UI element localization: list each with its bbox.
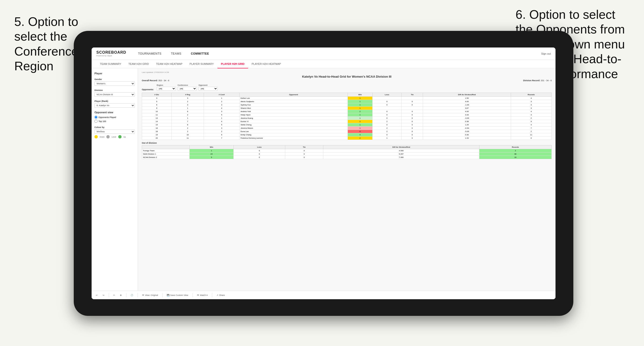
sub-nav-team-summary[interactable]: TEAM SUMMARY [96, 60, 125, 68]
cell-win: 4 [348, 133, 372, 137]
ood-cell-loss: 0 [234, 149, 285, 153]
cell-diff: -5.00 [423, 130, 511, 133]
ood-cell-tie: 0 [285, 153, 323, 156]
sidebar-gender-section: Gender Women's [94, 78, 135, 86]
ood-cell-opponent: NAIA Division 1 [142, 153, 190, 156]
table-row: 3 3 1 Esther Lee 1 1.50 4 [142, 97, 552, 100]
top-nav: SCOREBOARD Powered by clippd TOURNAMENTS… [92, 47, 556, 60]
cell-tie: 0 [402, 117, 423, 120]
cell-loss: 1 [372, 137, 401, 140]
ood-cell-tie: 0 [285, 149, 323, 153]
region-filter-select[interactable]: (All) [157, 87, 176, 91]
toolbar-sep-6 [212, 293, 212, 297]
cell-rounds: 9 [511, 120, 552, 123]
cell-opponent: Sharon Mun [240, 107, 348, 110]
ood-cell-diff: 4.500 [323, 149, 479, 153]
ood-cell-diff: 9.267 [323, 153, 479, 156]
cell-loss: 2 [372, 130, 401, 133]
conference-filter-select[interactable]: (All) [178, 87, 197, 91]
nav-teams[interactable]: TEAMS [166, 47, 186, 60]
view-original-label: View: Original [145, 294, 158, 296]
sidebar-player-rank-section: Player (Rank) 8. Katelyn Vo [94, 100, 135, 108]
nav-tournaments[interactable]: TOURNAMENTS [134, 47, 166, 60]
cell-win: 1 [348, 113, 372, 117]
opponent-filter-select[interactable]: (All) [199, 87, 218, 91]
cell-reg: 6 [172, 110, 204, 113]
player-rank-select[interactable]: 8. Katelyn Vo [94, 103, 135, 108]
main-nav: TOURNAMENTS TEAMS COMMITTEE [134, 47, 541, 60]
cell-rounds: 4 [511, 123, 552, 127]
sidebar-opponent-view-label: Opponent view [94, 111, 135, 114]
main-data-table: # Div # Reg # Conf Opponent Win Loss Tie… [142, 93, 552, 140]
cell-opponent: Sydney Kuo [240, 103, 348, 107]
sub-nav-team-h2h-grid[interactable]: TEAM H2H GRID [125, 60, 152, 68]
sub-nav-player-summary[interactable]: PLAYER SUMMARY [186, 60, 218, 68]
nav-committee[interactable]: COMMITTEE [186, 47, 214, 60]
sub-nav-player-h2h-grid[interactable]: PLAYER H2H GRID [218, 60, 248, 68]
cell-diff: -0.94 [423, 127, 511, 130]
sign-out-link[interactable]: Sign out [541, 52, 551, 55]
sidebar-player-rank-label: Player (Rank) [94, 100, 135, 102]
cell-tie [402, 107, 423, 110]
watch-icon: 👁 [197, 294, 199, 296]
toolbar-view-original[interactable]: 👁 View: Original [140, 294, 160, 297]
th-conf: # Conf [204, 93, 240, 97]
table-row: 15 8 5 Stella Cheng 1 0 0 1.25 4 [142, 123, 552, 127]
cell-tie: 0 [402, 123, 423, 127]
radio-top100[interactable]: Top 100 [94, 120, 135, 123]
gender-select[interactable]: Women's [94, 81, 135, 86]
cell-win: 1 [348, 123, 372, 127]
division-record-value: 331 - 34 - 6 [541, 79, 552, 82]
cell-rounds: 3 [511, 100, 552, 103]
radio-opponents-played-input[interactable] [94, 116, 98, 119]
cell-tie: 0 [402, 100, 423, 103]
cell-conf: 5 [204, 113, 240, 117]
colour-by-select[interactable]: Win/loss [94, 129, 135, 134]
table-row: 11 2 5 Heejo Hyun 1 0 0 3.33 3 [142, 113, 552, 117]
sidebar-opponent-view-section: Opponent view Opponents Played Top 100 [94, 111, 135, 123]
cell-reg: 7 [172, 120, 204, 123]
division-select[interactable]: NCAA Division III [94, 92, 135, 97]
tablet-device: SCOREBOARD Powered by clippd TOURNAMENTS… [74, 31, 573, 316]
radio-top100-input[interactable] [94, 120, 98, 123]
ood-table-row: Foreign Team 1 0 0 4.500 2 [142, 149, 552, 153]
radio-opponents-played[interactable]: Opponents Played [94, 116, 135, 119]
sub-nav-player-h2h-heatmap[interactable]: PLAYER H2H HEATMAP [248, 60, 284, 68]
sidebar-colour-by-section: Colour by Win/loss Down Level Up [94, 126, 135, 139]
cell-conf: 3 [204, 127, 240, 130]
ood-cell-tie: 0 [285, 156, 323, 159]
cell-diff: 0.30 [423, 133, 511, 137]
cell-rounds: 2 [511, 117, 552, 120]
save-custom-view-label: Save Custom View [170, 294, 188, 296]
cell-reg: 2 [172, 113, 204, 117]
cell-div: 14 [142, 120, 172, 123]
cell-diff: -1.00 [423, 103, 511, 107]
sidebar-gender-label: Gender [94, 78, 135, 80]
cell-rounds: 4 [511, 97, 552, 100]
toolbar-share[interactable]: ↗ Share [215, 294, 226, 297]
toolbar-watch[interactable]: 👁 Watch ▾ [196, 294, 209, 297]
cell-tie: 0 [402, 127, 423, 130]
conference-filter-group: Conference (All) [178, 84, 197, 91]
table-row: 14 7 4 Eunice Yi 2 2 0 0.38 9 [142, 120, 552, 123]
cell-div: 15 [142, 123, 172, 127]
cell-conf: 4 [204, 107, 240, 110]
cell-rounds: 3 [511, 107, 552, 110]
ood-cell-loss: 0 [234, 156, 285, 159]
cell-conf: 4 [204, 120, 240, 123]
cell-win: 1 [348, 97, 372, 100]
region-filter-group: Region (All) [157, 84, 176, 91]
cell-div: 9 [142, 107, 172, 110]
cell-loss: 0 [372, 113, 401, 117]
ood-cell-win: 1 [190, 149, 234, 153]
cell-loss: 0 [372, 103, 401, 107]
toolbar-save-custom-view[interactable]: 💾 Save Custom View [165, 294, 190, 297]
records-row: Overall Record: 353 - 34 - 6 Division Re… [142, 79, 552, 82]
ood-th-diff: Diff Av Strokes/Rnd [323, 145, 479, 149]
ood-cell-rounds: 2 [479, 149, 552, 153]
sub-nav-team-h2h-heatmap[interactable]: TEAM H2H HEATMAP [152, 60, 186, 68]
cell-rounds: 2 [511, 130, 552, 133]
table-row: 20 11 7 Federica Domecq Lacroze 2 1 0 1.… [142, 137, 552, 140]
main-content: Last Updated: 27/03/2024 14:34 Katelyn V… [138, 68, 556, 299]
cell-rounds: 4 [511, 110, 552, 113]
